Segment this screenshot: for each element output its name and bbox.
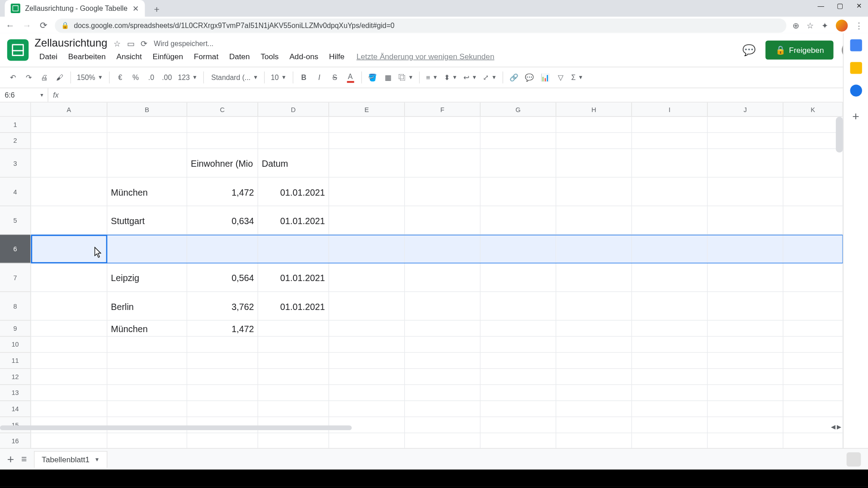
cell-G11[interactable] — [481, 353, 556, 369]
cell-I7[interactable] — [632, 263, 708, 292]
column-header-H[interactable]: H — [556, 103, 632, 116]
menu-einfuegen[interactable]: Einfügen — [148, 51, 188, 62]
cell-I2[interactable] — [632, 133, 708, 149]
cell-B16[interactable] — [107, 433, 187, 450]
move-icon[interactable]: ▭ — [127, 38, 135, 48]
cell-A4[interactable] — [31, 178, 108, 206]
row-header-12[interactable]: 12 — [0, 369, 30, 385]
cell-H13[interactable] — [556, 385, 632, 401]
strikethrough-button[interactable]: S — [328, 70, 342, 85]
cell-A14[interactable] — [31, 401, 108, 417]
cell-H2[interactable] — [556, 133, 632, 149]
cell-E5[interactable] — [329, 206, 405, 235]
minimize-button[interactable]: — — [816, 2, 826, 10]
cell-J6[interactable] — [708, 235, 783, 263]
cell-C8[interactable]: 3,762 — [187, 292, 258, 320]
text-rotation-dropdown[interactable]: ⤢▼ — [481, 73, 499, 81]
cell-D6[interactable] — [258, 235, 329, 263]
cell-I11[interactable] — [632, 353, 708, 369]
close-window-button[interactable]: ✕ — [854, 2, 864, 10]
cell-K13[interactable] — [783, 385, 843, 401]
cell-F14[interactable] — [405, 401, 480, 417]
column-header-A[interactable]: A — [31, 103, 108, 116]
row-header-13[interactable]: 13 — [0, 385, 30, 401]
cell-H5[interactable] — [556, 206, 632, 235]
cell-B10[interactable] — [107, 337, 187, 353]
print-button[interactable]: 🖨 — [37, 70, 52, 85]
cell-I8[interactable] — [632, 292, 708, 320]
row-header-4[interactable]: 4 — [0, 178, 30, 206]
cell-D3[interactable]: Datum — [258, 149, 329, 178]
cell-J12[interactable] — [708, 369, 783, 385]
undo-button[interactable]: ↶ — [6, 70, 20, 85]
cell-E13[interactable] — [329, 385, 405, 401]
text-wrap-dropdown[interactable]: ↩▼ — [461, 73, 480, 81]
cell-A16[interactable] — [31, 433, 108, 450]
cell-E12[interactable] — [329, 369, 405, 385]
bold-button[interactable]: B — [297, 70, 311, 85]
cell-K5[interactable] — [783, 206, 843, 235]
cell-J16[interactable] — [708, 433, 783, 450]
column-header-J[interactable]: J — [708, 103, 783, 116]
row-header-16[interactable]: 16 — [0, 433, 30, 450]
cell-A1[interactable] — [31, 117, 108, 133]
comments-button[interactable]: 💬 — [741, 42, 757, 58]
cell-I10[interactable] — [632, 337, 708, 353]
cell-B11[interactable] — [107, 353, 187, 369]
all-sheets-button[interactable]: ≡ — [21, 454, 27, 465]
cell-D16[interactable] — [258, 433, 329, 450]
cell-D2[interactable] — [258, 133, 329, 149]
vertical-scrollbar[interactable] — [836, 117, 843, 152]
cell-E8[interactable] — [329, 292, 405, 320]
cell-E2[interactable] — [329, 133, 405, 149]
cell-J4[interactable] — [708, 178, 783, 206]
cell-C2[interactable] — [187, 133, 258, 149]
cell-B3[interactable] — [107, 149, 187, 178]
cell-F13[interactable] — [405, 385, 480, 401]
cell-K7[interactable] — [783, 263, 843, 292]
close-tab-icon[interactable]: ✕ — [132, 4, 139, 13]
cell-H9[interactable] — [556, 320, 632, 337]
column-header-B[interactable]: B — [107, 103, 187, 116]
cell-J10[interactable] — [708, 337, 783, 353]
cell-A10[interactable] — [31, 337, 108, 353]
cell-I5[interactable] — [632, 206, 708, 235]
cell-A9[interactable] — [31, 320, 108, 337]
cell-H11[interactable] — [556, 353, 632, 369]
cells-area[interactable]: Einwohner (MioDatumMünchen1,47201.01.202… — [31, 117, 843, 469]
italic-button[interactable]: I — [312, 70, 326, 85]
cell-J11[interactable] — [708, 353, 783, 369]
cell-K8[interactable] — [783, 292, 843, 320]
back-button[interactable]: ← — [5, 20, 16, 31]
redo-button[interactable]: ↷ — [21, 70, 36, 85]
horizontal-align-dropdown[interactable]: ≡▼ — [424, 73, 440, 81]
cell-J9[interactable] — [708, 320, 783, 337]
number-format-dropdown[interactable]: 123▼ — [175, 73, 200, 81]
column-header-K[interactable]: K — [783, 103, 843, 116]
cell-G2[interactable] — [481, 133, 556, 149]
cell-H1[interactable] — [556, 117, 632, 133]
cell-A3[interactable] — [31, 149, 108, 178]
cell-D4[interactable]: 01.01.2021 — [258, 178, 329, 206]
cell-I1[interactable] — [632, 117, 708, 133]
cell-J14[interactable] — [708, 401, 783, 417]
scroll-right-button[interactable]: ▶ — [837, 424, 842, 431]
spreadsheet-grid[interactable]: ABCDEFGHIJK 12345678910111213141516 Einw… — [0, 103, 843, 469]
cell-G14[interactable] — [481, 401, 556, 417]
document-title[interactable]: Zellausrichtung — [34, 37, 107, 50]
explore-button[interactable] — [847, 452, 861, 466]
column-header-I[interactable]: I — [632, 103, 708, 116]
cell-B7[interactable]: Leipzig — [107, 263, 187, 292]
cell-B12[interactable] — [107, 369, 187, 385]
cell-H3[interactable] — [556, 149, 632, 178]
cell-C3[interactable]: Einwohner (Mio — [187, 149, 258, 178]
row-headers[interactable]: 12345678910111213141516 — [0, 117, 31, 449]
cell-E16[interactable] — [329, 433, 405, 450]
extensions-icon[interactable]: ✦ — [821, 20, 829, 30]
cell-B1[interactable] — [107, 117, 187, 133]
new-tab-button[interactable]: + — [150, 2, 164, 17]
column-header-F[interactable]: F — [405, 103, 480, 116]
cell-F6[interactable] — [405, 235, 480, 263]
cell-J5[interactable] — [708, 206, 783, 235]
row-header-2[interactable]: 2 — [0, 133, 30, 149]
